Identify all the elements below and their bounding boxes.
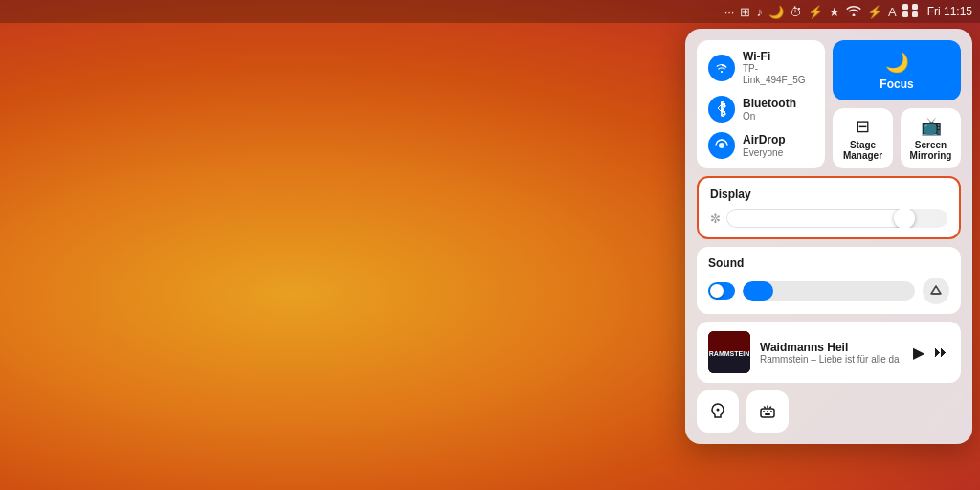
- tiles-container: Wi-Fi TP-Link_494F_5G Bluetooth: [697, 40, 961, 168]
- volume-knob: [710, 284, 724, 298]
- playback-controls: ▶ ⏭: [913, 344, 949, 362]
- play-button[interactable]: ▶: [913, 344, 924, 362]
- keyboard-brightness-button[interactable]: [746, 390, 789, 433]
- svg-text:RAMMSTEIN: RAMMSTEIN: [709, 350, 749, 357]
- menubar-time: Fri 11:15: [927, 5, 972, 18]
- bluetooth-icon: [708, 96, 735, 122]
- volume-toggle[interactable]: [708, 282, 735, 300]
- network-tiles: Wi-Fi TP-Link_494F_5G Bluetooth: [697, 40, 825, 168]
- airplay-button[interactable]: [923, 278, 949, 304]
- screen-mirroring-tile[interactable]: 📺 Screen Mirroring: [901, 108, 961, 168]
- svg-point-4: [719, 143, 724, 148]
- airdrop-name: AirDrop: [743, 133, 786, 146]
- svg-rect-0: [902, 4, 908, 10]
- keyboard-menu-icon[interactable]: A: [888, 5, 897, 19]
- clock-icon[interactable]: ⏱: [790, 5, 802, 19]
- volume-fill: [743, 281, 773, 301]
- svg-rect-2: [902, 11, 908, 17]
- stage-manager-label: Stage Manager: [840, 140, 885, 161]
- airdrop-icon: [708, 132, 735, 159]
- screen-mirroring-icon: 📺: [921, 116, 942, 137]
- brightness-slider-row: ✼: [710, 209, 947, 228]
- battery-icon[interactable]: ⚡: [808, 5, 823, 19]
- wifi-icon: [708, 55, 735, 81]
- power-menu-icon[interactable]: ⚡: [867, 5, 882, 19]
- wifi-network: TP-Link_494F_5G: [743, 63, 813, 86]
- now-playing-section: RAMMSTEIN Waidmanns Heil Rammstein – Lie…: [697, 322, 961, 383]
- desktop: ··· ⊞ ♪ 🌙 ⏱ ⚡ ★ ⚡ A Fri 11: [0, 0, 980, 490]
- focus-label: Focus: [880, 78, 913, 91]
- bluetooth-info: Bluetooth On: [743, 97, 796, 122]
- display-label: Display: [710, 188, 947, 201]
- control-center-icon[interactable]: [902, 4, 918, 20]
- stage-manager-icon: ⊟: [856, 116, 870, 137]
- brightness-fill: [726, 209, 914, 228]
- moon-icon[interactable]: 🌙: [768, 5, 784, 19]
- bluetooth-name: Bluetooth: [743, 97, 796, 110]
- track-artist: Rammstein – Liebe ist für alle da: [760, 354, 903, 365]
- music-icon[interactable]: ♪: [756, 5, 763, 19]
- svg-rect-1: [912, 4, 918, 10]
- airdrop-status: Everyone: [743, 147, 786, 159]
- menubar-icons: ··· ⊞ ♪ 🌙 ⏱ ⚡ ★ ⚡ A Fri 11: [724, 4, 972, 20]
- wifi-name: Wi-Fi: [743, 50, 813, 63]
- display-section: Display ✼: [697, 176, 961, 239]
- volume-track[interactable]: [743, 281, 915, 301]
- svg-point-9: [717, 409, 720, 412]
- svg-line-17: [770, 407, 771, 408]
- bluetooth-status: On: [743, 111, 796, 122]
- screen-mirroring-label: Screen Mirroring: [908, 140, 953, 161]
- sound-label: Sound: [708, 256, 949, 270]
- wifi-tile[interactable]: Wi-Fi TP-Link_494F_5G: [708, 50, 813, 86]
- brightness-track[interactable]: [726, 209, 947, 228]
- sound-row: [708, 278, 949, 304]
- airdrop-tile[interactable]: AirDrop Everyone: [708, 132, 813, 159]
- airdrop-info: AirDrop Everyone: [743, 133, 786, 158]
- hearing-button[interactable]: [697, 390, 739, 433]
- track-name: Waidmanns Heil: [760, 341, 903, 354]
- svg-rect-3: [912, 11, 918, 17]
- wifi-info: Wi-Fi TP-Link_494F_5G: [743, 50, 813, 86]
- svg-line-16: [765, 407, 766, 408]
- bottom-tiles-right: ⊟ Stage Manager 📺 Screen Mirroring: [833, 108, 961, 168]
- album-art-image: RAMMSTEIN: [708, 331, 750, 373]
- sound-section: Sound: [697, 247, 961, 314]
- track-info: Waidmanns Heil Rammstein – Liebe ist für…: [760, 341, 903, 365]
- focus-icon: 🌙: [885, 51, 909, 74]
- svg-rect-10: [761, 409, 774, 417]
- right-tiles: 🌙 Focus ⊟ Stage Manager 📺 Screen Mirrori…: [833, 40, 961, 168]
- grid-icon[interactable]: ⊞: [740, 5, 750, 19]
- bottom-row: [697, 390, 961, 433]
- menubar: ··· ⊞ ♪ 🌙 ⏱ ⚡ ★ ⚡ A Fri 11: [0, 0, 980, 23]
- more-icon[interactable]: ···: [724, 5, 735, 19]
- skip-button[interactable]: ⏭: [934, 344, 949, 361]
- stage-manager-tile[interactable]: ⊟ Stage Manager: [833, 108, 893, 168]
- svg-rect-6: [708, 331, 750, 352]
- brightness-thumb[interactable]: [894, 209, 915, 228]
- album-art: RAMMSTEIN: [708, 331, 750, 373]
- bluetooth-tile[interactable]: Bluetooth On: [708, 96, 813, 122]
- bluetooth-menu-icon[interactable]: ★: [829, 5, 840, 19]
- brightness-low-icon: ✼: [710, 212, 721, 226]
- control-center-panel: Wi-Fi TP-Link_494F_5G Bluetooth: [685, 29, 972, 444]
- wifi-menu-icon[interactable]: [846, 5, 861, 19]
- focus-tile[interactable]: 🌙 Focus: [833, 40, 961, 100]
